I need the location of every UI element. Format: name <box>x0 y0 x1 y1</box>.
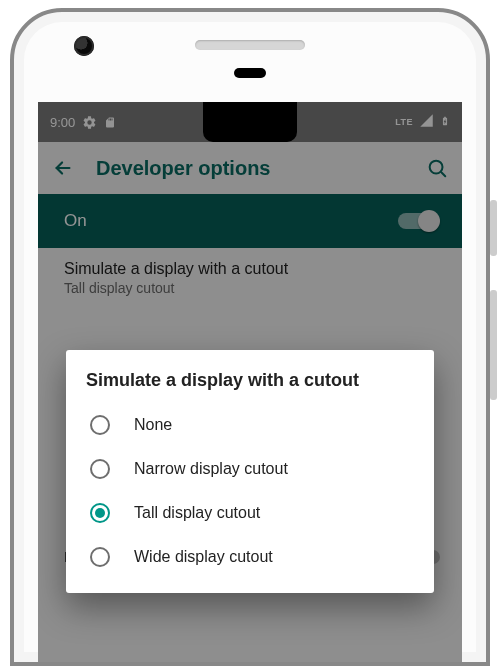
dialog-title: Simulate a display with a cutout <box>86 370 414 391</box>
dialog-option-label: None <box>134 416 172 434</box>
dialog-option[interactable]: Wide display cutout <box>86 535 414 579</box>
radio-icon <box>90 459 110 479</box>
cutout-dialog: Simulate a display with a cutout NoneNar… <box>66 350 434 593</box>
radio-icon <box>90 415 110 435</box>
dialog-option-label: Wide display cutout <box>134 548 273 566</box>
dialog-option[interactable]: None <box>86 403 414 447</box>
dialog-option-label: Narrow display cutout <box>134 460 288 478</box>
device-bezel <box>14 12 486 90</box>
radio-icon <box>90 547 110 567</box>
device-side-button <box>490 200 497 256</box>
speaker-grille <box>195 40 305 50</box>
dialog-option[interactable]: Tall display cutout <box>86 491 414 535</box>
dialog-option[interactable]: Narrow display cutout <box>86 447 414 491</box>
device-frame: 9:00 LTE <box>10 8 490 666</box>
device-side-button <box>490 290 497 400</box>
radio-icon <box>90 503 110 523</box>
screen: 9:00 LTE <box>38 102 462 662</box>
sensor-pill <box>234 68 266 78</box>
front-camera <box>74 36 94 56</box>
dialog-option-label: Tall display cutout <box>134 504 260 522</box>
